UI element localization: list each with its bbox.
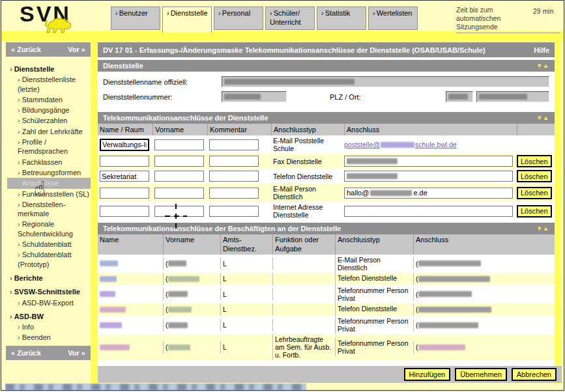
sidebar-item-info[interactable]: ›Info — [7, 322, 91, 332]
name-input[interactable] — [100, 206, 149, 217]
vorname-cell: ( — [163, 303, 220, 316]
kommentar-input[interactable] — [209, 156, 259, 167]
loeschen-button[interactable]: Löschen — [517, 187, 552, 199]
sidebar-item-stammdaten[interactable]: ›Stammdaten — [7, 94, 91, 105]
sidebar-item-sch-lerzahlen[interactable]: ›Schülerzahlen — [7, 115, 91, 126]
nav-arrow-icon: › — [10, 288, 12, 296]
anschlusstyp-cell: Telefon Dienststelle — [335, 303, 413, 316]
anschlusstyp-label: E-Mail Poststelle Schule — [271, 137, 344, 152]
main-panel: DV 17 01 - Erfassungs-/Änderungsmaske Te… — [98, 42, 555, 366]
anschluss-input[interactable] — [344, 156, 513, 167]
loeschen-button[interactable]: Löschen — [517, 155, 552, 167]
collapse-expand-icon[interactable]: ▼▲ — [536, 63, 549, 69]
anschluss-input[interactable] — [344, 171, 513, 182]
bracket-text: ( — [166, 275, 168, 283]
collapse-expand-icon[interactable]: ▼▲ — [536, 115, 549, 121]
forward-button[interactable]: Vor » — [68, 46, 85, 53]
bw-lion-icon — [40, 17, 87, 34]
name-cell — [98, 171, 152, 182]
collapse-expand-icon[interactable]: ▼▲ — [536, 225, 549, 232]
tab-wertelisten[interactable]: ›Wertelisten — [368, 7, 418, 30]
sidebar-item-dienststelle[interactable]: ›Dienststelle — [7, 64, 91, 74]
sidebar-item-anschl-sse[interactable]: ›Anschlüsse — [7, 178, 91, 188]
section-header-beschaeftigte: Telekommunikationsanschlüsse der Beschäf… — [98, 223, 555, 234]
name-input[interactable] — [100, 171, 149, 182]
tab-label: Wertelisten — [377, 9, 413, 17]
redacted-text — [168, 307, 192, 313]
sidebar-item-schuldatenblatt-prototyp[interactable]: ›Schuldatenblatt (Prototyp) — [7, 249, 91, 270]
nav-arrow-icon: › — [18, 169, 20, 176]
name-input[interactable] — [100, 156, 149, 167]
sidebar-item-zahl-der-lehrkr-fte[interactable]: ›Zahl der Lehrkräfte — [7, 126, 91, 137]
sidebar-item-fachklassen[interactable]: ›Fachklassen — [7, 157, 91, 167]
sidebar-item-beenden[interactable]: ›Beenden — [7, 332, 91, 343]
sidebar-item-svsw-schnittstelle[interactable]: ›SVSW-Schnittstelle — [7, 287, 91, 297]
kommentar-input[interactable] — [209, 188, 259, 199]
anschluss-input[interactable]: hallo@e.de — [344, 188, 513, 199]
dienststelle-fields: Dienststellenname offiziell: Dienststell… — [98, 72, 555, 109]
link-text: schule.bwl.de — [415, 141, 457, 148]
hinzuf-gen-button[interactable]: Hinzufügen — [404, 368, 451, 381]
kommentar-input[interactable] — [209, 206, 259, 217]
sidebar-item-dienststellenliste-letzte[interactable]: ›Dienststellenliste (letzte) — [7, 74, 91, 94]
tab-arrow-icon: › — [321, 9, 324, 17]
back-button[interactable]: « Zurück — [11, 349, 41, 357]
bracket-text: ( — [166, 260, 168, 268]
back-button[interactable]: « Zurück — [11, 46, 41, 53]
name-cell — [98, 156, 152, 167]
nav-arrow-icon: › — [18, 128, 20, 135]
sidebar-item-label: Dienststelle — [14, 65, 55, 73]
sidebar-item-schuldatenblatt[interactable]: ›Schuldatenblatt — [7, 239, 91, 249]
loeschen-button[interactable]: Löschen — [517, 205, 552, 217]
redacted-text — [418, 291, 472, 297]
sidebar-item-berichte[interactable]: ›Berichte — [7, 273, 91, 283]
kommentar-input[interactable] — [209, 139, 259, 150]
vorname-input[interactable] — [154, 188, 204, 199]
anschluss-cell — [344, 206, 517, 217]
loeschen-button[interactable]: Löschen — [517, 170, 552, 182]
bracket-text: ( — [166, 321, 168, 329]
sidebar-item-asd-bw[interactable]: ›ASD-BW — [7, 311, 91, 322]
email-link[interactable]: poststelle@schule.bwl.de — [344, 141, 517, 148]
redacted-text — [479, 94, 527, 100]
forward-button[interactable]: Vor » — [68, 349, 85, 357]
vorname-input[interactable] — [154, 139, 204, 150]
nav-arrow-icon: › — [10, 274, 12, 282]
tab-sch-ler-unterricht[interactable]: ›Schüler/ Unterricht — [265, 7, 315, 30]
anschluss-input[interactable] — [344, 206, 513, 217]
nav-arrow-icon: › — [18, 106, 20, 114]
sidebar-item-dienststellen-merkmale[interactable]: ›Dienststellen-merkmale — [7, 199, 91, 219]
help-link[interactable]: Hilfe — [534, 46, 549, 54]
name-input[interactable] — [100, 188, 149, 199]
vorname-cell — [152, 156, 207, 167]
sidebar-item-betreuungsformen[interactable]: ›Betreuungsformen — [7, 167, 91, 178]
page-title: DV 17 01 - Erfassungs-/Änderungsmaske Te… — [103, 46, 529, 54]
tab-benutzer[interactable]: ›Benutzer — [111, 7, 160, 30]
row-actions: Löschen — [517, 187, 555, 199]
sidebar-item-regionale-schulentwicklung[interactable]: ›Regionale Schulentwicklung — [7, 219, 91, 239]
sidebar-item-funktionsstellen-sl[interactable]: ›Funktionsstellen (SL) — [7, 189, 91, 199]
column-header-vorname: Vorname — [163, 234, 220, 254]
anschluss-cell: ( — [413, 341, 555, 354]
kommentar-input[interactable] — [209, 171, 259, 182]
tab-personal[interactable]: ›Personal — [214, 7, 263, 30]
row-actions: Löschen — [517, 155, 555, 167]
vorname-input[interactable] — [154, 171, 204, 182]
name-input[interactable] — [100, 139, 149, 151]
sidebar-item-profile-fremdsprachen[interactable]: ›Profile / Fremdsprachen — [7, 137, 91, 157]
tab-arrow-icon: › — [218, 9, 221, 17]
tab-statistik[interactable]: ›Statistik — [317, 7, 366, 30]
name-cell — [98, 139, 152, 151]
bernehmen-button[interactable]: Übernehmen — [455, 368, 507, 381]
sidebar-item-asd-bw-export[interactable]: ›ASD-BW-Export — [7, 298, 91, 308]
kommentar-cell — [207, 171, 271, 182]
tab-label: Dienststelle — [171, 9, 208, 17]
vorname-input[interactable] — [154, 156, 204, 167]
column-header-name: Name — [98, 234, 163, 254]
anschlusstyp-cell: E-Mail Person Dienstlich — [335, 255, 413, 273]
nav-arrow-icon: › — [10, 313, 12, 320]
tab-dienststelle[interactable]: ›Dienststelle — [162, 7, 212, 33]
sidebar-item-bildungsg-nge[interactable]: ›Bildungsgänge — [7, 105, 91, 115]
abbrechen-button[interactable]: Abbrechen — [512, 368, 557, 381]
redacted-text — [100, 307, 126, 313]
